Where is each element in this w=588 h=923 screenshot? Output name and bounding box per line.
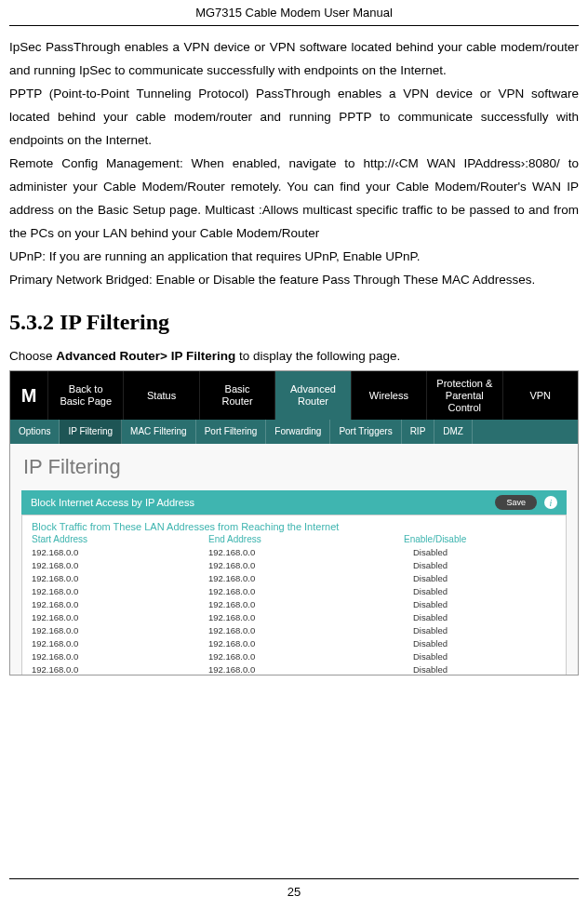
nav-label: Status xyxy=(126,390,196,402)
cell-start: 192.168.0.0 xyxy=(32,585,208,598)
cell-start: 192.168.0.0 xyxy=(32,624,208,637)
cell-enable: Disabled xyxy=(404,611,556,624)
paragraph-bridged: Primary Network Bridged: Enable or Disab… xyxy=(9,268,579,291)
subnav-ip-filtering[interactable]: IP Filtering xyxy=(60,420,122,444)
save-wrap: Save i xyxy=(495,495,557,510)
intro-suffix: to display the following page. xyxy=(235,349,400,363)
paragraph-upnp: UPnP: If you are running an application … xyxy=(9,245,579,268)
table-row: 192.168.0.0192.168.0.0Disabled xyxy=(32,598,556,611)
logo-icon: M xyxy=(10,371,47,420)
save-button[interactable]: Save xyxy=(495,495,537,510)
table-row: 192.168.0.0192.168.0.0Disabled xyxy=(32,624,556,637)
paragraph-pptp: PPTP (Point-to-Point Tunneling Protocol)… xyxy=(9,82,579,152)
cell-enable: Disabled xyxy=(404,624,556,637)
table-row: 192.168.0.0192.168.0.0Disabled xyxy=(32,585,556,598)
intro-line: Choose Advanced Router> IP Filtering to … xyxy=(9,349,579,363)
page-footer: 25 xyxy=(9,878,579,904)
cell-enable: Disabled xyxy=(404,572,556,585)
nav-label: Protection & xyxy=(429,378,500,390)
cell-start: 192.168.0.0 xyxy=(32,598,208,611)
nav-label: Back to xyxy=(50,383,121,395)
nav-label: Basic Page xyxy=(50,395,121,408)
nav-protection[interactable]: Protection & Parental Control xyxy=(426,371,501,420)
cell-start: 192.168.0.0 xyxy=(32,546,208,559)
cell-start: 192.168.0.0 xyxy=(32,637,208,650)
col-header-end: End Address xyxy=(208,534,404,544)
cell-end: 192.168.0.0 xyxy=(208,611,404,624)
cell-end: 192.168.0.0 xyxy=(208,663,404,676)
cell-end: 192.168.0.0 xyxy=(208,598,404,611)
table-body: 192.168.0.0192.168.0.0Disabled192.168.0.… xyxy=(32,546,556,676)
cell-start: 192.168.0.0 xyxy=(32,663,208,676)
block-header-text: Block Internet Access by IP Address xyxy=(31,497,194,508)
subnav-options[interactable]: Options xyxy=(10,420,60,444)
cell-enable: Disabled xyxy=(404,559,556,572)
col-header-enable: Enable/Disable xyxy=(404,534,556,544)
nav-label: Advanced xyxy=(277,383,348,395)
column-headers: Start Address End Address Enable/Disable xyxy=(32,534,556,544)
nav-vpn[interactable]: VPN xyxy=(502,371,578,420)
subnav-mac-filtering[interactable]: MAC Filtering xyxy=(122,420,196,444)
nav-label: VPN xyxy=(505,390,576,402)
cell-enable: Disabled xyxy=(404,546,556,559)
block-body: Block Traffic from These LAN Addresses f… xyxy=(21,515,567,676)
table-row: 192.168.0.0192.168.0.0Disabled xyxy=(32,663,556,676)
nav-label: Parental Control xyxy=(429,390,500,414)
col-header-start: Start Address xyxy=(32,534,208,544)
body-content: IpSec PassThrough enables a VPN device o… xyxy=(0,35,588,676)
cell-start: 192.168.0.0 xyxy=(32,650,208,663)
table-row: 192.168.0.0192.168.0.0Disabled xyxy=(32,611,556,624)
sub-nav: Options IP Filtering MAC Filtering Port … xyxy=(10,420,578,444)
cell-end: 192.168.0.0 xyxy=(208,572,404,585)
nav-label: Router xyxy=(277,395,348,408)
cell-end: 192.168.0.0 xyxy=(208,624,404,637)
table-row: 192.168.0.0192.168.0.0Disabled xyxy=(32,559,556,572)
block-subtitle: Block Traffic from These LAN Addresses f… xyxy=(32,521,556,532)
paragraph-ipsec: IpSec PassThrough enables a VPN device o… xyxy=(9,35,579,82)
nav-back-basic[interactable]: Back to Basic Page xyxy=(47,371,123,420)
subnav-port-filtering[interactable]: Port Filtering xyxy=(196,420,267,444)
nav-wireless[interactable]: Wireless xyxy=(351,371,426,420)
subnav-rip[interactable]: RIP xyxy=(402,420,435,444)
router-screenshot: M Back to Basic Page Status Basic Router… xyxy=(9,370,579,676)
cell-start: 192.168.0.0 xyxy=(32,572,208,585)
nav-label: Wireless xyxy=(354,390,424,402)
info-icon[interactable]: i xyxy=(544,496,557,509)
cell-enable: Disabled xyxy=(404,663,556,676)
nav-label: Basic xyxy=(202,383,273,395)
nav-label: Router xyxy=(202,395,273,408)
table-row: 192.168.0.0192.168.0.0Disabled xyxy=(32,650,556,663)
cell-end: 192.168.0.0 xyxy=(208,585,404,598)
subnav-forwarding[interactable]: Forwarding xyxy=(266,420,330,444)
cell-enable: Disabled xyxy=(404,585,556,598)
table-row: 192.168.0.0192.168.0.0Disabled xyxy=(32,546,556,559)
nav-basic-router[interactable]: Basic Router xyxy=(199,371,274,420)
page-header: MG7315 Cable Modem User Manual xyxy=(9,0,579,26)
block-header: Block Internet Access by IP Address Save… xyxy=(21,490,567,515)
cell-enable: Disabled xyxy=(404,650,556,663)
cell-end: 192.168.0.0 xyxy=(208,546,404,559)
subnav-dmz[interactable]: DMZ xyxy=(434,420,473,444)
cell-end: 192.168.0.0 xyxy=(208,637,404,650)
table-row: 192.168.0.0192.168.0.0Disabled xyxy=(32,637,556,650)
subnav-port-triggers[interactable]: Port Triggers xyxy=(330,420,401,444)
nav-status[interactable]: Status xyxy=(123,371,198,420)
cell-enable: Disabled xyxy=(404,637,556,650)
paragraph-remote: Remote Config Management: When enabled, … xyxy=(9,152,579,245)
cell-end: 192.168.0.0 xyxy=(208,559,404,572)
intro-prefix: Choose xyxy=(9,349,56,363)
panel-title: IP Filtering xyxy=(10,444,578,490)
cell-enable: Disabled xyxy=(404,598,556,611)
cell-start: 192.168.0.0 xyxy=(32,611,208,624)
intro-bold: Advanced Router> IP Filtering xyxy=(56,349,235,363)
section-heading: 5.3.2 IP Filtering xyxy=(9,310,579,335)
table-row: 192.168.0.0192.168.0.0Disabled xyxy=(32,572,556,585)
cell-end: 192.168.0.0 xyxy=(208,650,404,663)
cell-start: 192.168.0.0 xyxy=(32,559,208,572)
top-nav: M Back to Basic Page Status Basic Router… xyxy=(10,371,578,420)
nav-advanced-router[interactable]: Advanced Router xyxy=(274,371,350,420)
